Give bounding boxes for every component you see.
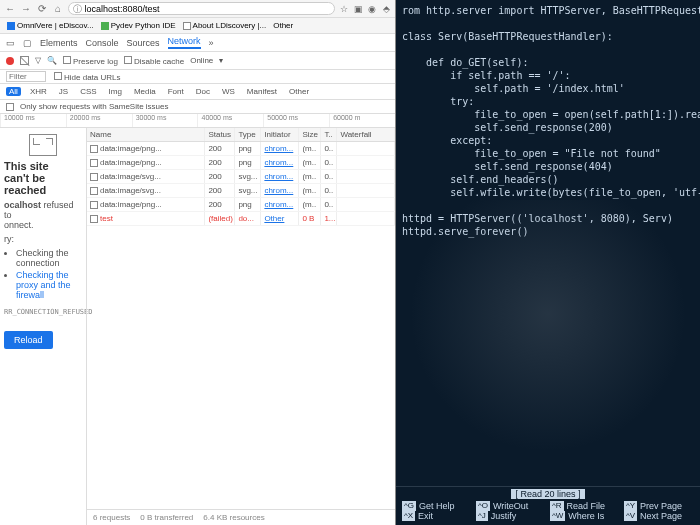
type-filter-ws[interactable]: WS <box>219 87 238 96</box>
terminal-editor: rom http.server import HTTPServer, BaseH… <box>396 0 700 525</box>
nano-shortcut: ^JJustify <box>476 511 546 521</box>
footer-transferred: 0 B transferred <box>140 513 193 522</box>
ext-icon[interactable]: ▣ <box>353 4 363 14</box>
footer-resources: 6.4 KB resources <box>203 513 264 522</box>
tab-console[interactable]: Console <box>86 38 119 48</box>
nano-shortcut: ^YPrev Page <box>624 501 694 511</box>
inspect-icon[interactable]: ▭ <box>6 38 15 48</box>
nano-bar: [ Read 20 lines ] ^GGet Help^OWriteOut^R… <box>396 486 700 525</box>
network-row[interactable]: data:image/svg...200svg...chrom...(m..0.… <box>87 170 395 184</box>
col-name[interactable]: Name <box>87 128 205 141</box>
clear-icon[interactable] <box>20 56 29 65</box>
filter-input[interactable] <box>6 71 46 82</box>
type-filter-row: AllXHRJSCSSImgMediaFontDocWSManifestOthe… <box>0 84 395 100</box>
col-time[interactable]: T.. <box>321 128 337 141</box>
type-filter-css[interactable]: CSS <box>77 87 99 96</box>
tip-link[interactable]: Checking the proxy and the firewall <box>16 270 71 300</box>
samesite-row: Only show requests with SameSite issues <box>0 100 395 114</box>
tab-elements[interactable]: Elements <box>40 38 78 48</box>
url-field[interactable]: ⓘ localhost:8080/test <box>68 2 335 15</box>
throttle-caret-icon[interactable]: ▾ <box>219 56 223 65</box>
device-icon[interactable]: ▢ <box>23 38 32 48</box>
tabs-more[interactable]: » <box>209 38 214 48</box>
type-filter-font[interactable]: Font <box>165 87 187 96</box>
network-row[interactable]: data:image/png...200pngchrom...(m..0.. <box>87 142 395 156</box>
type-filter-manifest[interactable]: Manifest <box>244 87 280 96</box>
nano-shortcut: ^XExit <box>402 511 472 521</box>
nano-shortcut: ^OWriteOut <box>476 501 546 511</box>
network-footer: 6 requests 0 B transferred 6.4 KB resour… <box>87 509 395 525</box>
favicon-icon <box>101 22 109 30</box>
network-toolbar: ▽ 🔍 Preserve log Disable cache Online ▾ <box>0 52 395 70</box>
nano-shortcut: ^VNext Page <box>624 511 694 521</box>
col-size[interactable]: Size <box>299 128 321 141</box>
sad-page-icon <box>29 134 57 156</box>
col-type[interactable]: Type <box>235 128 261 141</box>
devtools-tabs: ▭ ▢ Elements Console Sources Network » <box>0 34 395 52</box>
type-filter-all[interactable]: All <box>6 87 21 96</box>
error-try: ry: <box>4 234 82 244</box>
bookmark-item[interactable]: About LDiscovery |... <box>180 21 270 30</box>
footer-requests: 6 requests <box>93 513 130 522</box>
reload-button[interactable]: Reload <box>4 331 53 349</box>
col-initiator[interactable]: Initiator <box>261 128 299 141</box>
tag-icon[interactable]: ⬘ <box>381 4 391 14</box>
nano-shortcut: ^RRead File <box>550 501 620 511</box>
type-filter-js[interactable]: JS <box>56 87 71 96</box>
type-filter-xhr[interactable]: XHR <box>27 87 50 96</box>
nano-shortcut: ^WWhere Is <box>550 511 620 521</box>
samesite-checkbox[interactable]: Only show requests with SameSite issues <box>20 102 169 111</box>
type-filter-other[interactable]: Other <box>286 87 312 96</box>
network-table: Name Status Type Initiator Size T.. Wate… <box>86 128 395 525</box>
bookmarks-bar: OmniVere | eDiscov...Pydev Python IDEAbo… <box>0 18 395 34</box>
error-page: This sitecan't bereached ocalhost refuse… <box>0 128 86 525</box>
throttle-select[interactable]: Online <box>190 56 213 65</box>
search-icon[interactable]: 🔍 <box>47 56 57 65</box>
filter-row: Hide data URLs <box>0 70 395 84</box>
type-filter-media[interactable]: Media <box>131 87 159 96</box>
col-status[interactable]: Status <box>205 128 235 141</box>
reload-icon[interactable]: ⟳ <box>36 3 48 15</box>
hide-data-urls-checkbox[interactable]: Hide data URLs <box>64 73 120 82</box>
type-filter-doc[interactable]: Doc <box>193 87 213 96</box>
back-icon[interactable]: ← <box>4 3 16 15</box>
error-code: RR_CONNECTION_REFUSED <box>4 306 82 319</box>
bookmark-item[interactable]: OmniVere | eDiscov... <box>4 21 97 30</box>
network-row[interactable]: data:image/png...200pngchrom...(m..0.. <box>87 156 395 170</box>
network-header: Name Status Type Initiator Size T.. Wate… <box>87 128 395 142</box>
browser-window: ← → ⟳ ⌂ ⓘ localhost:8080/test ☆ ▣ ◉ ⬘ Om… <box>0 0 396 525</box>
address-bar: ← → ⟳ ⌂ ⓘ localhost:8080/test ☆ ▣ ◉ ⬘ <box>0 0 395 18</box>
forward-icon[interactable]: → <box>20 3 32 15</box>
bookmark-item[interactable]: Other <box>270 21 296 30</box>
filter-icon[interactable]: ▽ <box>35 56 41 65</box>
error-tip: Checking the connection <box>16 248 82 268</box>
nano-shortcut: ^GGet Help <box>402 501 472 511</box>
bookmark-item[interactable]: Pydev Python IDE <box>98 21 179 30</box>
error-title: This sitecan't bereached <box>4 160 82 196</box>
network-row[interactable]: test(failed)do...Other0 B1... <box>87 212 395 226</box>
home-icon[interactable]: ⌂ <box>52 3 64 15</box>
tab-sources[interactable]: Sources <box>127 38 160 48</box>
ext2-icon[interactable]: ◉ <box>367 4 377 14</box>
preserve-log-checkbox[interactable]: Preserve log <box>73 57 118 66</box>
error-tip: Checking the proxy and the firewall <box>16 270 82 300</box>
record-icon[interactable] <box>6 57 14 65</box>
type-filter-img[interactable]: Img <box>106 87 125 96</box>
nano-status: [ Read 20 lines ] <box>402 489 694 499</box>
error-desc: ocalhost refused toonnect. <box>4 200 82 230</box>
favicon-icon <box>183 22 191 30</box>
star-icon[interactable]: ☆ <box>339 4 349 14</box>
timeline-ruler: 10000 ms20000 ms30000 ms40000 ms50000 ms… <box>0 114 395 128</box>
favicon-icon <box>7 22 15 30</box>
col-waterfall[interactable]: Waterfall <box>337 128 395 141</box>
network-row[interactable]: data:image/svg...200svg...chrom...(m..0.… <box>87 184 395 198</box>
disable-cache-checkbox[interactable]: Disable cache <box>134 57 184 66</box>
tab-network[interactable]: Network <box>168 36 201 49</box>
network-row[interactable]: data:image/png...200pngchrom...(m..0.. <box>87 198 395 212</box>
